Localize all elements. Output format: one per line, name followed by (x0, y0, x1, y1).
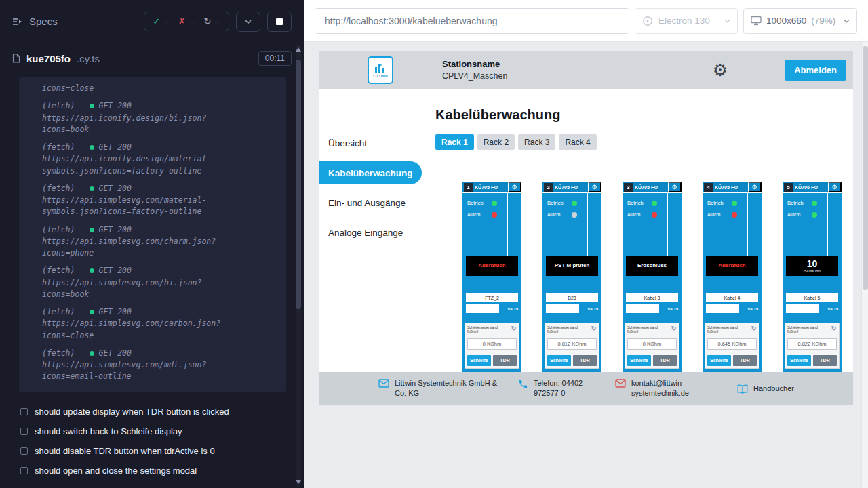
log-badge: GET 200 (98, 265, 131, 277)
specs-menu-button[interactable]: Specs (12, 16, 58, 27)
refresh-icon[interactable]: ↻ (671, 325, 677, 332)
firmware-version: V4.19 (587, 307, 598, 311)
logout-button[interactable]: Abmelden (785, 60, 846, 81)
rack-tabs: Rack 1 Rack 2 Rack 3 Rack 4 (435, 134, 853, 150)
gear-icon[interactable]: ⚙ (828, 182, 842, 192)
spec-header[interactable]: kue705fo .cy.ts 00:11 (0, 43, 304, 73)
stat-failed: ✗-- (178, 16, 195, 26)
tdr-button[interactable]: TDR (493, 355, 517, 366)
measurement-panel: Schleifenwiderstand [kOhm]↻ 0 KOhm Schle… (625, 323, 679, 369)
settings-gear-icon[interactable]: ⚙ (713, 62, 728, 79)
sidebar-item-uebersicht[interactable]: Übersicht (319, 128, 422, 158)
footer-manuals[interactable]: Handbücher (737, 384, 794, 394)
firmware-version: V4.19 (667, 307, 678, 311)
status-dot (90, 310, 94, 314)
sidebar: Übersicht Kabelüberwachung Ein- und Ausg… (319, 89, 422, 372)
tab-rack-4[interactable]: Rack 4 (559, 134, 596, 150)
test-state-icon (20, 467, 28, 474)
refresh-icon[interactable]: ↻ (831, 325, 837, 332)
device-number: 3 (624, 183, 633, 192)
device-model: KÜ705-FO (475, 185, 498, 190)
test-item[interactable]: should update display when TDR button is… (0, 402, 304, 422)
collapse-button[interactable] (236, 12, 260, 32)
log-entry[interactable]: (fetch)GET 200 https://api.simplesvg.com… (42, 306, 278, 342)
schleife-button[interactable]: Schleife (547, 355, 571, 366)
schleife-button[interactable]: Schleife (467, 355, 491, 366)
tab-rack-3[interactable]: Rack 3 (518, 134, 555, 150)
blank-field (706, 304, 739, 313)
test-list: should update display when TDR button is… (0, 402, 304, 481)
command-log: icons=close (fetch)GET 200 https://api.i… (19, 77, 286, 392)
test-state-icon (20, 447, 28, 455)
log-badge: GET 200 (98, 306, 131, 318)
device-number: 4 (704, 183, 713, 192)
log-entry[interactable]: (fetch)GET 200 https://api.simplesvg.com… (42, 183, 278, 218)
tab-rack-1[interactable]: Rack 1 (435, 134, 474, 150)
browser-pane: http://localhost:3000/kabelueberwachung … (304, 0, 868, 488)
log-continuation[interactable]: icons=close (42, 83, 226, 94)
reporter-scrollbar[interactable] (296, 45, 301, 487)
gear-icon[interactable]: ⚙ (668, 182, 682, 192)
status-display: 10ISO MOhm (786, 256, 838, 276)
refresh-icon[interactable]: ↻ (511, 325, 517, 332)
app-header: LITTWIN Stationsname CPLV4_Maschen ⚙ Abm… (319, 51, 853, 89)
refresh-icon[interactable]: ↻ (591, 325, 597, 332)
test-item[interactable]: should switch back to Schleife display (0, 422, 304, 441)
viewport-select[interactable]: 1000x660 (79%) (743, 8, 857, 34)
footer-email[interactable]: kontakt@littwin-systemtechnik.de (615, 378, 705, 399)
cable-name: Kabel 3 (626, 293, 678, 302)
log-entry[interactable]: (fetch)GET 200 https://api.iconify.desig… (42, 100, 278, 136)
check-icon: ✓ (153, 16, 160, 26)
led-section: Betrieb Alarm (542, 193, 601, 256)
alarm-led (732, 212, 737, 218)
window-scrollbar[interactable] (861, 42, 868, 488)
blank-field (786, 304, 819, 313)
led-section: Betrieb Alarm (783, 193, 842, 256)
browser-select[interactable]: Electron 130 (635, 8, 738, 34)
tdr-button[interactable]: TDR (653, 355, 677, 366)
schleife-button[interactable]: Schleife (707, 355, 731, 366)
log-entry[interactable]: (fetch)GET 200 https://api.simplesvg.com… (42, 348, 278, 383)
sidebar-item-ein-und-ausgaenge[interactable]: Ein- und Ausgänge (319, 188, 422, 218)
sidebar-item-analoge-eingaenge[interactable]: Analoge Eingänge (319, 218, 422, 247)
tab-rack-2[interactable]: Rack 2 (477, 134, 515, 150)
device-number: 1 (464, 183, 473, 192)
scrollbar-thumb[interactable] (296, 60, 301, 309)
version-row: V4.19 (626, 304, 678, 313)
log-entry[interactable]: (fetch)GET 200 https://api.simplesvg.com… (42, 224, 278, 260)
alarm-label: Alarm (787, 211, 812, 218)
scrollbar-thumb[interactable] (863, 46, 868, 290)
gear-icon[interactable]: ⚙ (508, 182, 521, 192)
test-title: should open and close the settings modal (35, 466, 197, 476)
sidebar-item-kabelueberwachung[interactable]: Kabelüberwachung (319, 161, 422, 184)
log-prefix: (fetch) (42, 348, 75, 359)
gear-icon[interactable]: ⚙ (588, 182, 601, 192)
card-header: 3 KÜ705-FO ⚙ (623, 182, 682, 193)
betrieb-label: Betrieb (547, 200, 572, 206)
scroll-up-icon[interactable] (296, 47, 301, 52)
schleife-button[interactable]: Schleife (787, 355, 811, 366)
gear-icon[interactable]: ⚙ (748, 182, 762, 192)
tdr-button[interactable]: TDR (573, 355, 597, 366)
refresh-icon[interactable]: ↻ (751, 325, 757, 332)
alarm-label: Alarm (547, 211, 572, 218)
log-entry[interactable]: (fetch)GET 200 https://api.iconify.desig… (42, 142, 278, 177)
status-display: Aderbruch (706, 256, 758, 276)
spec-name: kue705fo (26, 53, 71, 64)
run-stats[interactable]: ✓-- ✗-- ↻-- (144, 12, 229, 31)
main-content: Kabelüberwachung Rack 1 Rack 2 Rack 3 Ra… (422, 89, 853, 372)
test-item[interactable]: should open and close the settings modal (0, 461, 304, 481)
tdr-button[interactable]: TDR (733, 355, 757, 366)
test-item[interactable]: should disable TDR button when tdrActive… (0, 441, 304, 461)
url-input[interactable]: http://localhost:3000/kabelueberwachung (315, 8, 629, 34)
tdr-button[interactable]: TDR (813, 355, 837, 366)
measurement-value: 0.812 KOhm (547, 338, 597, 350)
stop-run-button[interactable] (267, 12, 292, 32)
scroll-down-icon[interactable] (296, 480, 301, 484)
manuals-text: Handbücher (753, 384, 794, 394)
measurement-panel: Schleifenwiderstand [kOhm]↻ 0.645 KOhm S… (705, 323, 760, 369)
betrieb-led (732, 201, 737, 206)
footer-phone: Telefon: 04402 972577-0 (518, 378, 608, 399)
schleife-button[interactable]: Schleife (627, 355, 651, 366)
log-entry[interactable]: (fetch)GET 200 https://api.simplesvg.com… (42, 265, 278, 300)
